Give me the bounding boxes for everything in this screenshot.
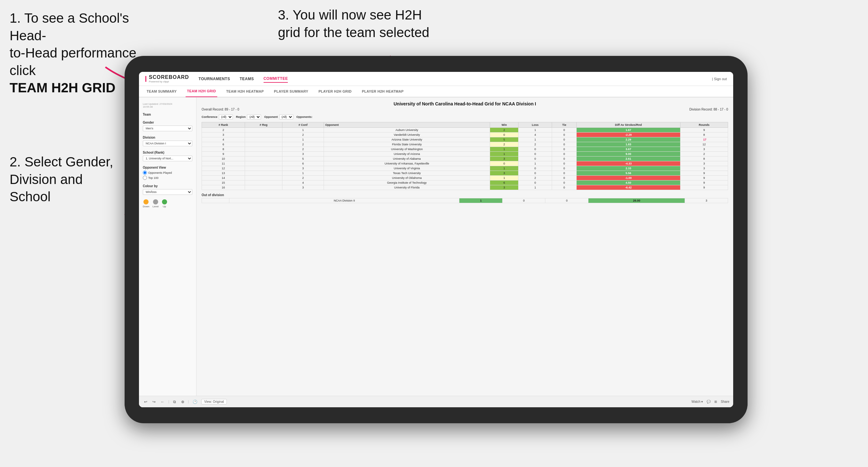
cell-diff: 9.00 (576, 152, 680, 157)
sidebar-division-section: Division NCAA Division I (143, 136, 192, 146)
radio-opponents-played-input[interactable] (143, 170, 147, 175)
colour-by-label: Colour by (143, 184, 192, 188)
cell-rank: 11 (202, 161, 245, 166)
cell-opponent: University of Oklahoma (323, 176, 490, 181)
ood-table: NCAA Division II 1 0 0 26.00 3 (202, 198, 728, 203)
add-button[interactable]: ⊕ (180, 399, 186, 405)
sidebar-team-section: Team (143, 113, 192, 116)
cell-rounds: 9 (680, 185, 728, 190)
legend-dot-down (144, 199, 149, 205)
tab-player-h2h-grid[interactable]: PLAYER H2H GRID (317, 86, 353, 97)
cell-reg (245, 142, 282, 147)
school-select[interactable]: 1. University of Nort... (143, 156, 192, 161)
nav-tournaments[interactable]: TOURNAMENTS (199, 75, 230, 83)
radio-top100[interactable]: Top 100 (143, 176, 192, 180)
cell-conf: 3 (282, 166, 324, 171)
cell-win: 1 (490, 152, 519, 157)
cell-tie: 0 (552, 185, 577, 190)
cell-conf: 5 (282, 157, 324, 161)
tab-team-h2h-heatmap[interactable]: TEAM H2H HEATMAP (225, 86, 265, 97)
ood-row: NCAA Division II 1 0 0 26.00 3 (202, 198, 728, 203)
copy-button[interactable]: ⧉ (172, 399, 177, 405)
filter-region: Region (All) (236, 114, 261, 120)
view-original-button[interactable]: View: Original (201, 399, 227, 404)
filter-opponent: Opponent (All) (264, 114, 293, 120)
legend-up: Up (162, 199, 167, 208)
cell-opponent: University of Alabama (323, 157, 490, 161)
annotation-3: 3. You will now see H2H grid for the tea… (278, 6, 502, 41)
gender-select[interactable]: Men's (143, 126, 192, 131)
opponent-view-label: Opponent View (143, 166, 192, 169)
cell-tie: 0 (552, 161, 577, 166)
opponent-filter-select[interactable]: (All) (279, 114, 293, 120)
tab-player-h2h-heatmap[interactable]: PLAYER H2H HEATMAP (361, 86, 405, 97)
cell-rank: 16 (202, 185, 245, 190)
cell-tie: 0 (552, 132, 577, 137)
sidebar-school-section: School (Rank) 1. University of Nort... (143, 151, 192, 161)
tab-player-summary[interactable]: PLAYER SUMMARY (273, 86, 310, 97)
watch-button[interactable]: Watch ▾ (692, 400, 703, 403)
redo-button[interactable]: ↪ (151, 399, 157, 405)
table-row: 16 3 University of Florida 3 1 0 -6.42 9 (202, 185, 728, 190)
cell-rank: 3 (202, 132, 245, 137)
ann1-bold: TEAM H2H GRID (9, 80, 115, 95)
division-record: Division Record: 88 - 17 - 0 (689, 107, 728, 111)
cell-loss: 0 (519, 152, 552, 157)
cell-conf: 1 (282, 171, 324, 176)
logo-sub: Powered by clippi (149, 80, 189, 83)
table-row: 9 3 University of Arizona 1 0 0 9.00 2 (202, 152, 728, 157)
grid-view-button[interactable]: ⊞ (714, 400, 717, 403)
cell-reg (245, 181, 282, 185)
cell-tie: 0 (552, 128, 577, 132)
tab-team-h2h-grid[interactable]: TEAM H2H GRID (186, 86, 217, 97)
ood-rounds: 3 (685, 198, 728, 203)
radio-top100-input[interactable] (143, 176, 147, 180)
sidebar-opponent-view-section: Opponent View Opponents Played Top 100 (143, 166, 192, 180)
region-filter-select[interactable]: (All) (247, 114, 261, 120)
clock-button[interactable]: 🕐 (191, 399, 199, 405)
division-select[interactable]: NCAA Division I (143, 141, 192, 146)
school-label: School (Rank) (143, 151, 192, 154)
opponent-view-radio-group: Opponents Played Top 100 (143, 170, 192, 180)
cell-opponent: University of Virginia (323, 166, 490, 171)
sub-navbar: TEAM SUMMARY TEAM H2H GRID TEAM H2H HEAT… (139, 86, 733, 97)
cell-rounds: 9 (680, 181, 728, 185)
conference-filter-select[interactable]: (All) (219, 114, 233, 120)
cell-loss: 1 (519, 128, 552, 132)
legend-level: Level (152, 199, 158, 208)
colour-by-select[interactable]: Win/loss (143, 189, 192, 195)
ood-win: 1 (459, 198, 502, 203)
cell-conf: 6 (282, 161, 324, 166)
share-button[interactable]: Share (721, 400, 730, 403)
main-content: Last Updated: 27/03/2024 16:55:38 Team G… (139, 97, 733, 396)
cell-rounds: 9 (680, 171, 728, 176)
ann2-text-line2: Division and (9, 172, 83, 187)
table-row: 4 1 Arizona State University 5 1 0 2.29 … (202, 137, 728, 142)
tablet-screen: SCOREBOARD Powered by clippi TOURNAMENTS… (139, 72, 733, 407)
cell-opponent: University of Florida (323, 185, 490, 190)
nav-committee[interactable]: COMMITTEE (264, 75, 288, 83)
cell-conf: 1 (282, 128, 324, 132)
cell-opponent: Arizona State University (323, 137, 490, 142)
undo-button[interactable]: ↩ (143, 399, 149, 405)
comment-button[interactable]: 💬 (707, 400, 711, 403)
ann2-text-line3: School (9, 189, 51, 204)
radio-opponents-played[interactable]: Opponents Played (143, 170, 192, 175)
col-tie: Tie (552, 122, 577, 128)
tab-team-summary[interactable]: TEAM SUMMARY (145, 86, 178, 97)
cell-conf: 2 (282, 142, 324, 147)
sign-out-link[interactable]: | Sign out (712, 77, 727, 81)
cell-diff: 5.56 (576, 171, 680, 176)
back-button[interactable]: ← (159, 399, 166, 405)
cell-diff: -6.42 (576, 185, 680, 190)
nav-teams[interactable]: TEAMS (240, 75, 254, 83)
cell-opponent: Texas Tech University (323, 171, 490, 176)
last-updated: Last Updated: 27/03/2024 16:55:38 (143, 102, 192, 108)
cell-win: 6 (490, 181, 519, 185)
cell-reg (245, 166, 282, 171)
cell-loss: 0 (519, 171, 552, 176)
cell-reg (245, 132, 282, 137)
logo-text: SCOREBOARD (149, 74, 189, 80)
cell-rank: 15 (202, 181, 245, 185)
col-rank: # Rank (202, 122, 245, 128)
